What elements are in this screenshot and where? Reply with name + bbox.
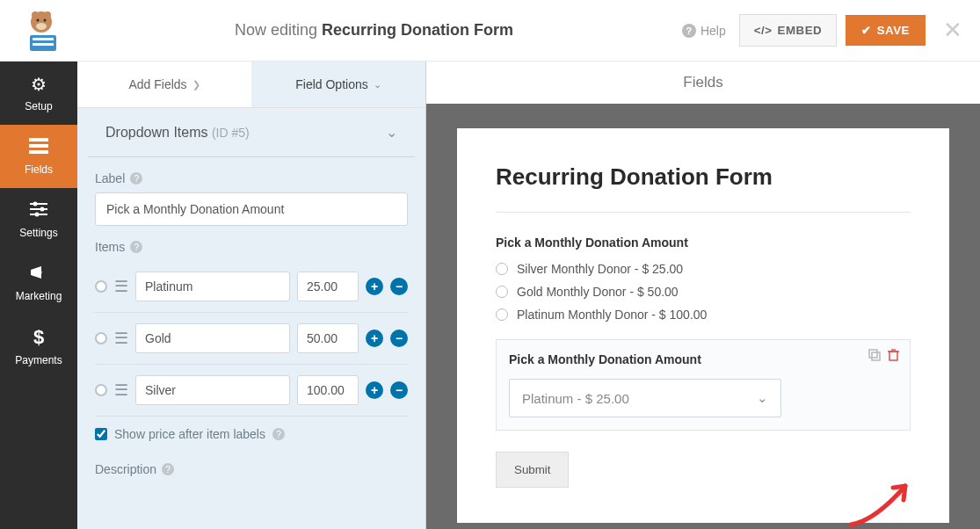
drag-handle-icon[interactable]: ☰ [114, 380, 128, 400]
tab-add-fields[interactable]: Add Fields ❯ [77, 62, 251, 107]
topbar: Now editing Recurring Donation Form ? He… [0, 0, 980, 62]
accordion-id: (ID #5) [212, 126, 250, 140]
sliders-icon [30, 201, 47, 221]
show-price-checkbox[interactable] [95, 428, 107, 440]
chevron-down-icon: ⌄ [757, 390, 768, 406]
svg-point-13 [33, 201, 38, 206]
label-section: Label ? [77, 157, 425, 240]
add-item-button[interactable]: + [366, 381, 383, 399]
radio-dot[interactable] [95, 332, 107, 344]
radio-option[interactable]: Platinum Monthly Donor - $ 100.00 [496, 308, 911, 322]
item-name-input[interactable] [135, 272, 290, 301]
help-tooltip-icon[interactable]: ? [130, 241, 142, 253]
dollar-icon: $ [33, 326, 44, 349]
svg-rect-20 [889, 351, 897, 360]
remove-item-button[interactable]: − [390, 278, 408, 295]
svg-point-1 [32, 11, 39, 18]
item-name-input[interactable] [135, 323, 290, 353]
trash-icon[interactable] [888, 349, 899, 364]
embed-button[interactable]: </> EMBED [739, 14, 837, 47]
add-item-button[interactable]: + [366, 278, 383, 295]
svg-point-5 [36, 23, 47, 30]
svg-rect-9 [29, 138, 48, 141]
sidebar-item-label: Marketing [16, 290, 62, 302]
add-item-button[interactable]: + [366, 330, 383, 347]
main: ⚙ Setup Fields Settings Marketing $ Paym… [0, 62, 980, 529]
dropdown-select[interactable]: Platinum - $ 25.00 ⌄ [509, 379, 781, 417]
svg-point-15 [40, 207, 45, 211]
show-price-checkbox-row: Show price after item labels ? [95, 417, 408, 441]
tab-field-options[interactable]: Field Options ⌄ [251, 62, 425, 107]
items-section: Items ? ☰ + − ☰ + − ☰ [77, 240, 425, 455]
chevron-down-icon: ⌄ [374, 79, 381, 91]
show-price-label: Show price after item labels [114, 427, 265, 441]
description-section: Description ? [77, 455, 425, 497]
selected-field-dropdown[interactable]: Pick a Monthly Donation Amount Platinum … [496, 339, 911, 431]
drag-handle-icon[interactable]: ☰ [114, 277, 128, 296]
help-link[interactable]: ? Help [682, 24, 726, 38]
item-name-input[interactable] [135, 375, 290, 405]
radio-circle-icon [496, 263, 508, 275]
chevron-right-icon: ❯ [192, 79, 200, 91]
sidebar-item-setup[interactable]: ⚙ Setup [0, 62, 77, 125]
svg-rect-8 [33, 43, 54, 46]
help-tooltip-icon[interactable]: ? [130, 172, 142, 185]
radio-option[interactable]: Silver Monthly Donor - $ 25.00 [496, 262, 911, 276]
item-row: ☰ + − [95, 313, 408, 365]
chevron-down-icon: ⌄ [386, 124, 397, 141]
sidebar-item-marketing[interactable]: Marketing [0, 251, 77, 315]
radio-option-label: Silver Monthly Donor - $ 25.00 [517, 262, 683, 276]
svg-rect-11 [29, 150, 48, 154]
sidebar-item-label: Fields [25, 163, 53, 176]
svg-point-3 [37, 18, 40, 21]
radio-option[interactable]: Gold Monthly Donor - $ 50.00 [496, 285, 911, 299]
description-caption: Description ? [95, 462, 408, 476]
submit-button[interactable]: Submit [496, 452, 569, 488]
item-price-input[interactable] [297, 375, 359, 405]
code-icon: </> [754, 24, 773, 37]
remove-item-button[interactable]: − [390, 381, 408, 399]
svg-rect-10 [29, 144, 48, 148]
close-icon[interactable]: ✕ [943, 17, 962, 44]
radio-dot[interactable] [95, 280, 107, 293]
sidebar-item-label: Payments [15, 354, 62, 366]
drag-handle-icon[interactable]: ☰ [114, 329, 128, 348]
svg-point-2 [44, 11, 51, 18]
divider [496, 212, 911, 213]
canvas-inner: Recurring Donation Form Pick a Monthly D… [426, 104, 980, 529]
help-tooltip-icon[interactable]: ? [272, 428, 285, 440]
item-price-input[interactable] [297, 323, 359, 353]
item-price-input[interactable] [297, 272, 359, 301]
svg-point-4 [44, 18, 47, 21]
app-logo [18, 9, 66, 53]
gear-icon: ⚙ [31, 74, 47, 95]
left-panel: Add Fields ❯ Field Options ⌄ Dropdown It… [77, 62, 426, 529]
form-card: Recurring Donation Form Pick a Monthly D… [457, 128, 949, 523]
item-row: ☰ + − [95, 261, 408, 313]
canvas-header: Fields [426, 62, 980, 104]
save-button[interactable]: ✔ SAVE [846, 15, 926, 46]
sidebar-item-fields[interactable]: Fields [0, 125, 77, 188]
megaphone-icon [29, 264, 48, 285]
accordion-header[interactable]: Dropdown Items (ID #5) ⌄ [88, 108, 415, 157]
radio-circle-icon [496, 286, 508, 298]
question-icon: ? [682, 24, 696, 38]
remove-item-button[interactable]: − [390, 330, 408, 347]
check-icon: ✔ [861, 24, 872, 37]
help-tooltip-icon[interactable]: ? [162, 463, 174, 475]
panel-tabs: Add Fields ❯ Field Options ⌄ [77, 62, 425, 108]
sidebar-item-label: Setup [25, 100, 52, 112]
sidebar-item-payments[interactable]: $ Payments [0, 315, 77, 378]
radio-option-label: Gold Monthly Donor - $ 50.00 [517, 285, 679, 299]
sidebar-item-label: Settings [19, 227, 57, 239]
grid-icon [29, 138, 48, 158]
sidebar: ⚙ Setup Fields Settings Marketing $ Paym… [0, 62, 77, 529]
label-input[interactable] [95, 192, 408, 226]
dropdown-value: Platinum - $ 25.00 [522, 391, 629, 406]
svg-rect-7 [33, 38, 54, 40]
duplicate-icon[interactable] [868, 349, 881, 364]
radio-dot[interactable] [95, 384, 107, 396]
sidebar-item-settings[interactable]: Settings [0, 188, 77, 251]
accordion-title: Dropdown Items [105, 125, 208, 140]
form-title: Recurring Donation Form [496, 163, 911, 191]
